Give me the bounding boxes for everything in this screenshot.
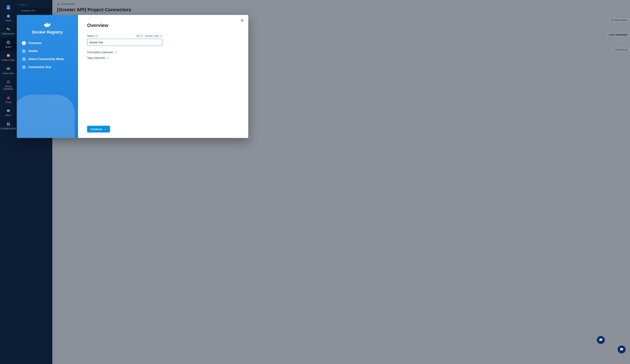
step-overview[interactable]: 1 Overview [22,41,73,45]
srm-icon [6,80,10,84]
step-label: Details [28,49,38,53]
connector-modal: Docker Registry 1 Overview 2 Details 3 S… [17,15,248,138]
name-input[interactable] [87,39,162,46]
home-icon [6,14,10,18]
cloud-costs-icon [6,67,10,71]
svg-rect-12 [17,95,75,138]
svg-rect-10 [7,124,8,126]
svg-point-1 [8,28,10,30]
edit-icon [107,57,110,59]
decorative-shape [17,87,78,138]
step-connectivity[interactable]: 3 Select Connectivity Mode [22,57,73,61]
svg-rect-11 [8,124,10,126]
main-nav-rail: Home Deployments Builds Feature Flags Cl… [0,0,17,364]
nav-help-label: HELP [6,114,11,117]
nav-builds-label: Builds [6,46,12,48]
modal-form-panel: Overview Name i Id i : docker_hub Descri… [78,15,248,138]
svg-rect-6 [8,81,9,82]
nav-chaos-label: Chaos [5,101,12,104]
step-label: Connection Test [28,65,51,69]
svg-point-3 [8,42,9,43]
nav-ff-label: Feature Flags [2,59,15,61]
step-number: 4 [22,65,26,69]
app-logo[interactable] [0,2,17,11]
nav-home[interactable]: Home [0,11,17,24]
nav-dashboards[interactable]: DASHBOARDS [0,119,17,133]
chat-icon: ? [620,348,624,352]
continue-label: Continue [90,128,102,131]
step-number: 1 [22,41,26,45]
tags-row[interactable]: Tags (optional) [87,56,239,59]
svg-rect-4 [7,54,10,57]
chevron-right-icon [104,128,107,131]
nav-builds[interactable]: Builds [0,38,17,51]
form-heading: Overview [87,22,239,28]
docker-icon [22,22,73,27]
info-icon[interactable]: i [140,35,142,37]
step-label: Overview [28,41,42,45]
chaos-icon [6,96,10,100]
deployments-icon [6,27,10,31]
svg-rect-9 [8,123,10,124]
svg-rect-16 [46,23,47,24]
info-icon[interactable]: i [95,35,98,37]
feature-flags-icon [6,53,10,58]
help-chat-button[interactable]: ? [597,336,605,344]
description-row[interactable]: Description (optional) [87,51,239,54]
help-icon [6,109,10,113]
close-button[interactable] [240,18,244,22]
nav-help[interactable]: HELP [0,106,17,119]
svg-text:?: ? [600,339,602,341]
nav-service-reliability[interactable]: Service Reliability [0,77,17,93]
close-icon [240,18,244,22]
step-label: Select Connectivity Mode [28,57,64,61]
modal-title: Docker Registry [22,30,73,35]
edit-icon [115,51,118,53]
nav-feature-flags[interactable]: Feature Flags [0,51,17,64]
step-number: 3 [22,57,26,61]
tags-label: Tags (optional) [87,56,105,59]
description-label: Description (optional) [87,51,113,54]
builds-icon [6,40,10,45]
modal-steps-panel: Docker Registry 1 Overview 2 Details 3 S… [17,15,78,138]
id-display: Id i : docker_hub [136,34,162,37]
nav-deployments[interactable]: Deployments [0,24,17,37]
name-label: Name i [87,34,98,37]
nav-deployments-label: Deployments [2,32,15,35]
step-connection-test[interactable]: 4 Connection Test [22,65,73,69]
help-chat-button-secondary[interactable]: ? [618,346,626,354]
id-value: docker_hub [145,34,158,37]
svg-text:?: ? [621,348,622,350]
svg-rect-8 [7,123,8,124]
continue-button[interactable]: Continue [87,126,110,133]
chat-icon: ? [599,338,603,342]
nav-cloud-costs[interactable]: Cloud Costs [0,64,17,77]
edit-icon[interactable] [160,35,162,37]
nav-home-label: Home [6,19,11,22]
nav-dash-label: DASHBOARDS [1,127,16,130]
svg-rect-17 [47,23,48,24]
nav-chaos[interactable]: Chaos [0,93,17,106]
step-details[interactable]: 2 Details [22,49,73,53]
nav-cc-label: Cloud Costs [2,72,14,75]
step-number: 2 [22,49,26,53]
dashboards-icon [6,122,10,126]
svg-rect-7 [7,110,10,112]
nav-srm-label: Service Reliability [0,85,17,90]
